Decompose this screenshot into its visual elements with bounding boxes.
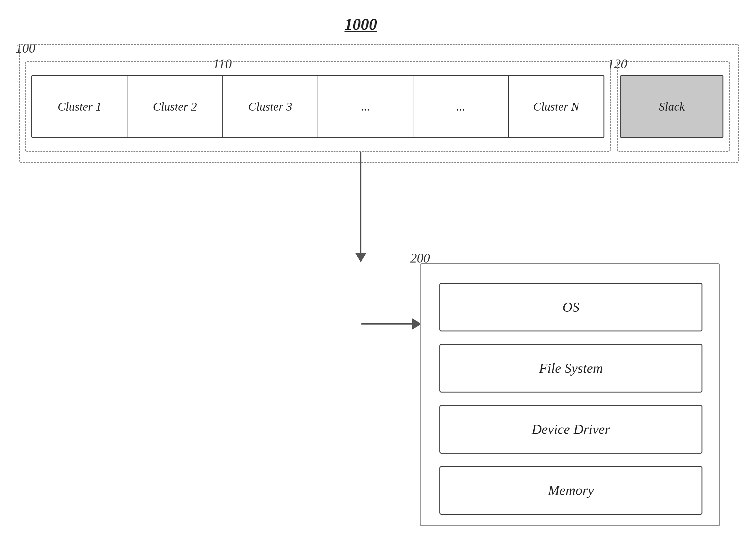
cluster-dots-1: ...: [318, 76, 413, 137]
cluster-3: Cluster 3: [223, 76, 318, 137]
sw-os: OS: [439, 283, 703, 331]
slack-cell: Slack: [620, 75, 724, 138]
sw-device-driver: Device Driver: [439, 405, 703, 454]
cluster-1: Cluster 1: [32, 76, 128, 137]
box-200: OS File System Device Driver Memory: [420, 263, 720, 526]
diagram-title: 1000: [344, 15, 377, 33]
cluster-dots-2: ...: [413, 76, 508, 137]
cluster-n: Cluster N: [509, 76, 603, 137]
clusters-row: Cluster 1 Cluster 2 Cluster 3 ... ... Cl…: [31, 75, 604, 138]
cluster-2: Cluster 2: [128, 76, 223, 137]
sw-memory: Memory: [439, 466, 703, 515]
sw-filesystem: File System: [439, 344, 703, 393]
arrow-right: [361, 323, 421, 324]
arrow-down: [360, 152, 361, 262]
diagram: 1000 100 110 120 Cluster 1 Cluster 2 Clu…: [0, 0, 756, 552]
